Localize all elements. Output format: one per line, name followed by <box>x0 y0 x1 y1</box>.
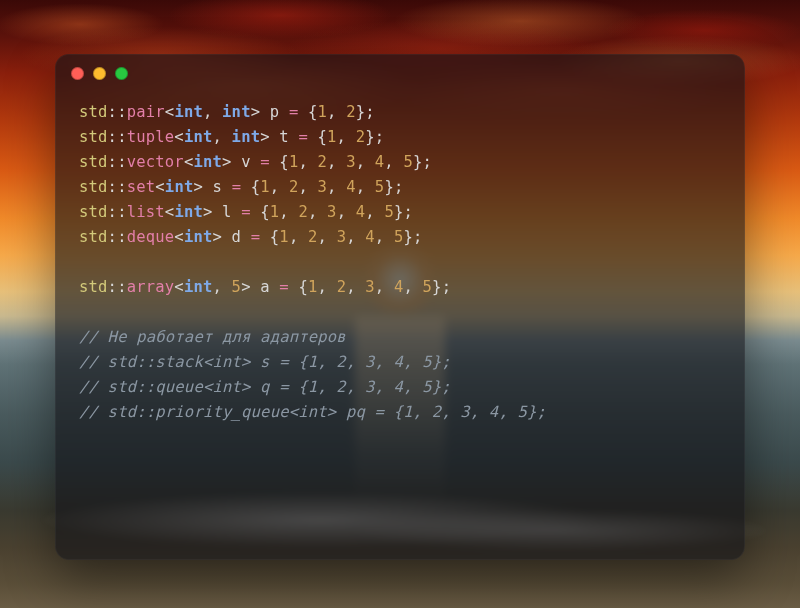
code-comment-line: // Не работает для адаптеров <box>79 325 721 350</box>
code-editor-content: std::pair<int, int> p = {1, 2};std::tupl… <box>55 92 745 443</box>
terminal-window: std::pair<int, int> p = {1, 2};std::tupl… <box>55 54 745 560</box>
code-blank-line <box>79 250 721 275</box>
code-line: std::array<int, 5> a = {1, 2, 3, 4, 5}; <box>79 275 721 300</box>
code-line: std::set<int> s = {1, 2, 3, 4, 5}; <box>79 175 721 200</box>
code-line: std::vector<int> v = {1, 2, 3, 4, 5}; <box>79 150 721 175</box>
zoom-icon[interactable] <box>115 67 128 80</box>
code-line: std::list<int> l = {1, 2, 3, 4, 5}; <box>79 200 721 225</box>
window-titlebar <box>55 54 745 92</box>
code-comment-line: // std::queue<int> q = {1, 2, 3, 4, 5}; <box>79 375 721 400</box>
code-comment-line: // std::priority_queue<int> pq = {1, 2, … <box>79 400 721 425</box>
code-line: std::pair<int, int> p = {1, 2}; <box>79 100 721 125</box>
code-blank-line <box>79 300 721 325</box>
close-icon[interactable] <box>71 67 84 80</box>
code-line: std::deque<int> d = {1, 2, 3, 4, 5}; <box>79 225 721 250</box>
code-line: std::tuple<int, int> t = {1, 2}; <box>79 125 721 150</box>
code-comment-line: // std::stack<int> s = {1, 2, 3, 4, 5}; <box>79 350 721 375</box>
minimize-icon[interactable] <box>93 67 106 80</box>
